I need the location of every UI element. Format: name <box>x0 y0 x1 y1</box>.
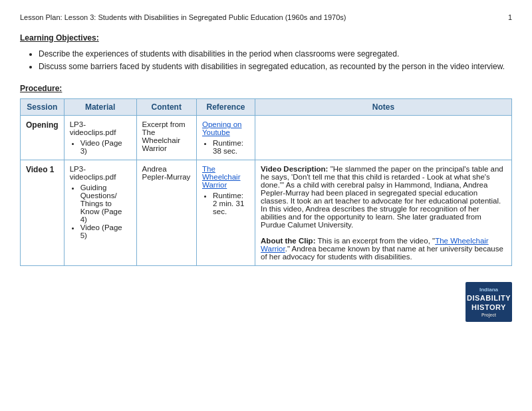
row1-reference-link[interactable]: Opening on Youtube <box>202 120 241 136</box>
header-lesson-title: Lesson 3: Students with Disabilities in … <box>65 13 346 21</box>
row1-material-item-1: Video (Page 3) <box>80 139 131 155</box>
row1-notes <box>255 116 512 160</box>
objectives-heading: Learning Objectives: <box>20 33 512 43</box>
procedure-table: Session Material Content Reference Notes… <box>20 98 512 266</box>
row2-ref-item-1: Runtime: 2 min. 31 sec. <box>213 192 249 215</box>
row1-material-main: LP3-videoclips.pdf <box>70 120 131 136</box>
row2-notes-clip-bold: About the Clip: <box>261 237 315 245</box>
table-row: Opening LP3-videoclips.pdf Video (Page 3… <box>21 116 512 160</box>
row2-reference: The Wheelchair Warrior Runtime: 2 min. 3… <box>196 160 255 266</box>
row2-notes-clip-end: ." Andrea became known by that name at h… <box>261 245 503 261</box>
objective-2: Discuss some barriers faced by students … <box>39 61 512 73</box>
row1-reference-list: Runtime: 38 sec. <box>202 139 249 155</box>
logo: Indiana DISABILITY HISTORY Project <box>466 282 512 322</box>
row2-reference-link[interactable]: The Wheelchair Warrior <box>202 165 241 189</box>
col-session: Session <box>21 99 65 116</box>
row1-material: LP3-videoclips.pdf Video (Page 3) <box>64 116 136 160</box>
row2-notes-description: Video Description: "He slammed the paper… <box>261 165 506 229</box>
row2-reference-list: Runtime: 2 min. 31 sec. <box>202 192 249 215</box>
col-material: Material <box>64 99 136 116</box>
procedure-heading: Procedure: <box>20 84 512 93</box>
table-header-row: Session Material Content Reference Notes <box>21 99 512 116</box>
col-content: Content <box>136 99 196 116</box>
col-reference: Reference <box>196 99 255 116</box>
logo-sub-text: Project <box>481 313 496 318</box>
row2-notes: Video Description: "He slammed the paper… <box>255 160 512 266</box>
page-header: Lesson Plan: Lesson 3: Students with Dis… <box>20 13 512 21</box>
row1-session: Opening <box>21 116 65 160</box>
row1-content: Excerpt from The Wheelchair Warrior <box>136 116 196 160</box>
logo-main-text: DISABILITY HISTORY <box>467 293 511 313</box>
row2-material-list: Guiding Questions/ Things to Know (Page … <box>70 184 131 239</box>
header-title: Lesson Plan: Lesson 3: Students with Dis… <box>20 13 346 21</box>
row2-session: Video 1 <box>21 160 65 266</box>
objective-1: Describe the experiences of students wit… <box>39 48 512 61</box>
page-number: 1 <box>508 13 512 21</box>
logo-area: Indiana DISABILITY HISTORY Project <box>20 282 512 322</box>
row1-material-list: Video (Page 3) <box>70 139 131 155</box>
row2-notes-desc-text: "He slammed the paper on the principal's… <box>261 165 503 229</box>
row2-material-item-1: Guiding Questions/ Things to Know (Page … <box>80 184 131 223</box>
row2-notes-clip-text: This is an excerpt from the video, " <box>315 237 435 245</box>
col-notes: Notes <box>255 99 512 116</box>
header-label: Lesson Plan: <box>20 13 63 21</box>
row2-material-item-2: Video (Page 5) <box>80 223 131 239</box>
logo-top-text: Indiana <box>479 287 498 293</box>
row2-material: LP3-videoclips.pdf Guiding Questions/ Th… <box>64 160 136 266</box>
row2-material-main: LP3-videoclips.pdf <box>70 165 131 181</box>
objectives-list: Describe the experiences of students wit… <box>20 48 512 73</box>
table-row: Video 1 LP3-videoclips.pdf Guiding Quest… <box>21 160 512 266</box>
row1-ref-item-1: Runtime: 38 sec. <box>213 139 249 155</box>
row2-notes-clip: About the Clip: This is an excerpt from … <box>261 237 506 261</box>
row1-reference: Opening on Youtube Runtime: 38 sec. <box>196 116 255 160</box>
row2-content: Andrea Pepler-Murray <box>136 160 196 266</box>
row2-notes-desc-bold: Video Description: <box>261 165 328 173</box>
